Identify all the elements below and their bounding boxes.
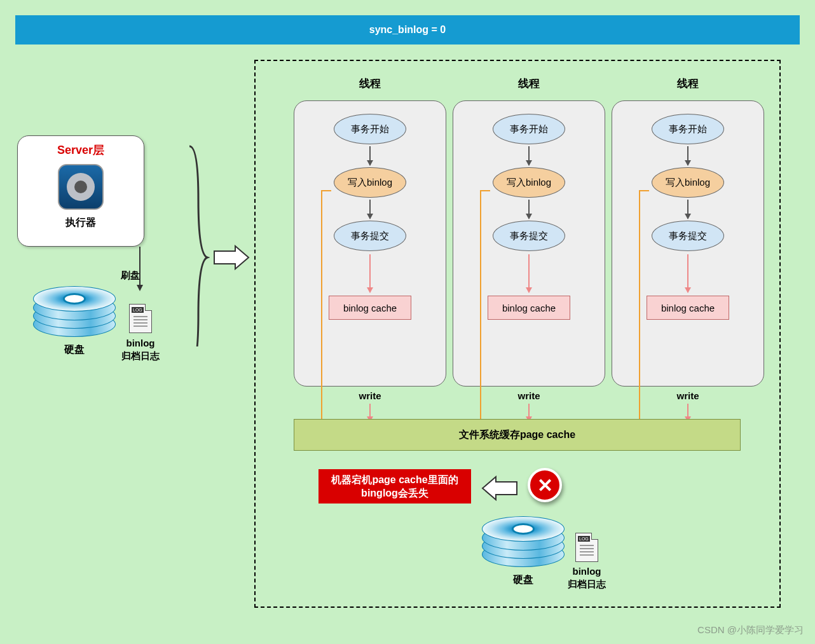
binlog-cache: binlog cache (329, 296, 411, 320)
thread-col-1: 线程 事务开始 写入binlog 事务提交 binlog cache write (294, 76, 446, 424)
svg-marker-1 (137, 285, 143, 291)
error-box: 机器宕机page cache里面的binglog会丢失 (318, 469, 471, 504)
page-cache-box: 文件系统缓存page cache (294, 419, 741, 451)
binlog-label-left: binlog归档日志 (118, 337, 163, 362)
server-card: Server层 执行器 (17, 135, 144, 247)
disk-left-label: 硬盘 (33, 343, 116, 357)
thread-col-2: 线程 事务开始 写入binlog 事务提交 binlog cache write (453, 76, 605, 424)
gear-icon (58, 164, 104, 210)
watermark: CSDN @小陈同学爱学习 (697, 624, 804, 636)
thread-col-3: 线程 事务开始 写入binlog 事务提交 binlog cache write (612, 76, 764, 424)
thread-title-2: 线程 (453, 76, 605, 91)
svg-marker-3 (483, 477, 517, 500)
step-write-binlog: 写入binlog (334, 167, 406, 198)
flush-label: 刷盘 (121, 270, 140, 282)
brace-icon (184, 143, 210, 346)
svg-marker-2 (214, 246, 249, 269)
header-title: sync_binlog = 0 (369, 24, 446, 36)
block-arrow-icon (213, 245, 251, 270)
executor-label: 执行器 (65, 216, 96, 230)
binlog-label-bottom: binlog归档日志 (565, 565, 609, 590)
diagram-canvas: sync_binlog = 0 Server层 执行器 刷盘 硬盘 LOG bi… (0, 0, 815, 644)
block-arrow-left-icon (480, 476, 518, 501)
step-commit: 事务提交 (334, 221, 406, 251)
binlog-file-icon: LOG (129, 304, 152, 333)
disk-bottom-label: 硬盘 (482, 573, 565, 587)
header-bar: sync_binlog = 0 (15, 15, 800, 45)
server-title: Server层 (57, 142, 104, 158)
thread-title-3: 线程 (612, 76, 764, 91)
thread-title-1: 线程 (294, 76, 446, 91)
binlog-file-icon-bottom: LOG (575, 533, 598, 562)
write-label-1: write (294, 390, 446, 401)
step-start: 事务开始 (334, 114, 406, 144)
error-x-icon: ✕ (528, 468, 562, 502)
